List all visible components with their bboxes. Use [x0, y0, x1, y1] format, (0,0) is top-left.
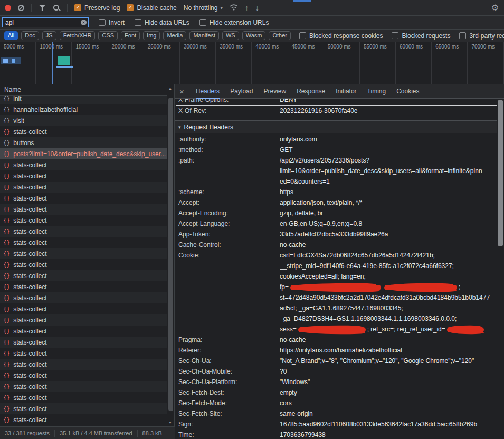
request-row[interactable]: {}stats-collect [0, 414, 174, 425]
request-row[interactable]: {}stats-collect [0, 159, 174, 170]
header-value: same-origin [280, 408, 497, 419]
tab-payload[interactable]: Payload [230, 84, 253, 99]
header-name: X-Of-Rev: [175, 106, 280, 116]
type-filter-media[interactable]: Media [163, 31, 186, 40]
filter-toolbar: ✕ Invert Hide data URLs Hide extension U… [0, 16, 504, 30]
tab-initiator[interactable]: Initiator [336, 84, 356, 99]
request-row[interactable]: {}buttons [0, 137, 174, 148]
type-filter-all[interactable]: All [4, 31, 18, 40]
request-row[interactable]: {}stats-collect [0, 215, 174, 226]
tab-timing[interactable]: Timing [367, 84, 386, 99]
name-column-header[interactable]: Name [0, 84, 174, 96]
details-scrollbar[interactable] [497, 99, 504, 439]
request-row[interactable]: {}stats-collect [0, 226, 174, 237]
record-network-log-button[interactable] [5, 5, 11, 11]
scroll-down-arrow[interactable]: ▼ [168, 421, 172, 424]
request-row[interactable]: {}stats-collect [0, 359, 174, 370]
request-row[interactable]: {}stats-collect [0, 370, 174, 381]
request-row[interactable]: {}stats-collect [0, 392, 174, 403]
request-name: visit [13, 117, 24, 125]
fetch-xhr-icon: {} [3, 328, 10, 335]
clear-network-log-button[interactable] [18, 5, 24, 11]
throttling-dropdown[interactable]: No throttling ▾ [184, 4, 223, 12]
type-filter-css[interactable]: CSS [98, 31, 118, 40]
request-headers-section-header[interactable]: ▾ Request Headers [175, 120, 497, 133]
request-row[interactable]: {}stats-collect [0, 292, 174, 303]
type-filter-img[interactable]: Img [143, 31, 160, 40]
network-overview-timeline[interactable]: 5000 ms10000 ms15000 ms20000 ms25000 ms3… [0, 42, 504, 84]
3rd-party-requests-checkbox[interactable]: 3rd-party requests [459, 32, 504, 40]
scroll-up-arrow[interactable]: ▲ [168, 87, 172, 90]
hide-extension-urls-checkbox[interactable]: Hide extension URLs [199, 19, 269, 26]
header-row: Sec-Ch-Ua-Platform:"Windows" [175, 377, 497, 387]
header-value: "Not_A Brand";v="8", "Chromium";v="120",… [280, 356, 497, 366]
request-row[interactable]: {}stats-collect [0, 170, 174, 182]
request-row[interactable]: {}stats-collect [0, 281, 174, 292]
request-row[interactable]: {}init [0, 96, 174, 104]
request-row[interactable]: {}stats-collect [0, 403, 174, 414]
tab-cookies[interactable]: Cookies [396, 84, 419, 99]
request-row[interactable]: {}stats-collect [0, 348, 174, 359]
request-row[interactable]: {}stats-collect [0, 259, 174, 270]
request-row[interactable]: {}stats-collect [0, 126, 174, 137]
request-row[interactable]: {}visit [0, 115, 174, 126]
request-row[interactable]: {}stats-collect [0, 326, 174, 337]
invert-checkbox[interactable]: Invert [99, 19, 125, 26]
request-name: stats-collect [13, 195, 46, 202]
type-filter-doc[interactable]: Doc [21, 31, 39, 40]
type-filter-wasm[interactable]: Wasm [242, 31, 266, 40]
header-row: :method:GET [175, 145, 497, 155]
tab-response[interactable]: Response [297, 84, 325, 99]
scrollbar-thumb[interactable] [498, 100, 503, 246]
type-filter-fetch-xhr[interactable]: Fetch/XHR [60, 31, 96, 40]
toolbar-separator [31, 4, 32, 12]
search-icon[interactable] [53, 4, 60, 12]
request-row[interactable]: {}stats-collect [0, 314, 174, 326]
settings-gear-icon[interactable]: ⚙ [491, 4, 499, 12]
header-row: Sign:16785:5aad9602cf110608b03133de56364… [175, 419, 497, 430]
fetch-xhr-icon: {} [3, 228, 10, 235]
redaction-scribble [290, 285, 381, 290]
filter-toggle-icon[interactable] [39, 5, 46, 11]
disable-cache-checkbox[interactable]: ✓ Disable cache [127, 4, 176, 12]
blocked-response-cookies-checkbox[interactable]: Blocked response cookies [299, 32, 383, 40]
type-filter-font[interactable]: Font [121, 31, 140, 40]
request-row[interactable]: {}stats-collect [0, 182, 174, 193]
clear-filter-icon[interactable]: ✕ [81, 20, 87, 25]
blocked-requests-checkbox[interactable]: Blocked requests [392, 32, 450, 40]
request-row[interactable]: {}hannahelizabethofficial [0, 104, 174, 115]
tab-headers[interactable]: Headers [196, 84, 220, 99]
filter-input[interactable] [3, 19, 77, 26]
header-name: Pragma: [175, 335, 280, 345]
export-har-icon[interactable]: ↓ [255, 4, 259, 12]
request-row[interactable]: {}stats-collect [0, 237, 174, 248]
fetch-xhr-icon: {} [3, 294, 10, 301]
request-row[interactable]: {}stats-collect [0, 303, 174, 314]
request-list-scrollbar[interactable]: ▲ ▼ [167, 85, 174, 426]
request-row[interactable]: {}stats-collect [0, 193, 174, 204]
type-filter-js[interactable]: JS [42, 31, 56, 40]
general-header-rows: X-Of-Rev:202312261916-30670fa40e [175, 106, 497, 116]
timeline-column: 70000 ms [468, 42, 503, 84]
request-row[interactable]: {}stats-collect [0, 337, 174, 348]
request-row[interactable]: {}posts?limit=10&order=publish_date_desc… [0, 148, 174, 159]
network-conditions-icon[interactable] [230, 4, 238, 12]
request-header-rows: :authority:onlyfans.com:method:GET:path:… [175, 133, 497, 439]
hide-data-urls-checkbox[interactable]: Hide data URLs [135, 19, 189, 26]
request-row[interactable]: {}stats-collect [0, 248, 174, 259]
import-har-icon[interactable]: ↑ [245, 4, 249, 12]
request-name: stats-collect [13, 372, 46, 379]
type-filter-manifest[interactable]: Manifest [189, 31, 219, 40]
request-row[interactable]: {}stats-collect [0, 381, 174, 392]
close-details-icon[interactable]: × [179, 88, 184, 96]
toolbar-separator [67, 4, 68, 12]
type-filter-ws[interactable]: WS [222, 31, 239, 40]
tab-preview[interactable]: Preview [264, 84, 287, 99]
scrollbar-thumb[interactable] [168, 98, 173, 411]
request-row[interactable]: {}stats-collect [0, 204, 174, 215]
request-row[interactable]: {}stats-collect [0, 270, 174, 281]
request-name: stats-collect [13, 239, 46, 246]
request-name: stats-collect [13, 261, 46, 269]
preserve-log-checkbox[interactable]: ✓ Preserve log [74, 4, 120, 12]
type-filter-other[interactable]: Other [269, 31, 291, 40]
